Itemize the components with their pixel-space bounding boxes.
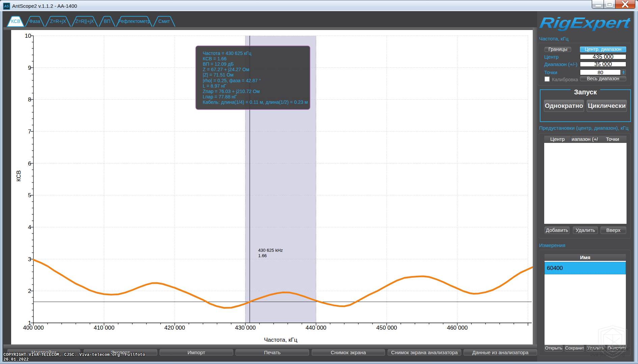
- svg-text:ВП: ВП: [104, 19, 110, 24]
- svg-text:Кабель: длина(1/4) = 0.11 м, д: Кабель: длина(1/4) = 0.11 м, длина(1/2) …: [203, 99, 308, 105]
- svg-text:10: 10: [25, 33, 31, 39]
- svg-text:Zпар = 76.03 + j210.72 Ом: Zпар = 76.03 + j210.72 Ом: [203, 89, 260, 94]
- svg-text:Частота, кГц: Частота, кГц: [264, 337, 297, 343]
- svg-text:ВП = 12.09 дБ: ВП = 12.09 дБ: [203, 61, 234, 67]
- svg-text:430 000: 430 000: [235, 325, 255, 331]
- svg-text:1.66: 1.66: [258, 253, 267, 258]
- svg-text:430 625 kHz: 430 625 kHz: [258, 248, 283, 253]
- svg-text:Фаза: Фаза: [29, 19, 40, 24]
- svg-text:410 000: 410 000: [94, 325, 114, 331]
- svg-text:Рефлектометр: Рефлектометр: [118, 19, 150, 24]
- svg-text:Частота = 430 625 кГц: Частота = 430 625 кГц: [203, 51, 251, 56]
- svg-text:Z=R||+jX: Z=R||+jX: [76, 19, 94, 24]
- svg-text:Z=R+jX: Z=R+jX: [50, 19, 66, 24]
- svg-text:9: 9: [28, 65, 31, 71]
- svg-text:L = 8.97 нГ: L = 8.97 нГ: [203, 83, 226, 89]
- svg-text:КСВ = 1.66: КСВ = 1.66: [203, 56, 227, 61]
- svg-text:4: 4: [28, 224, 31, 231]
- svg-text:420 000: 420 000: [164, 325, 185, 331]
- svg-text:450 000: 450 000: [376, 325, 397, 331]
- svg-text:400 000: 400 000: [23, 325, 44, 331]
- svg-text:КСВ: КСВ: [16, 170, 22, 181]
- svg-text:5: 5: [28, 192, 31, 199]
- svg-text:Смит: Смит: [159, 19, 170, 24]
- svg-text:2: 2: [28, 288, 31, 294]
- svg-text:6: 6: [28, 160, 31, 167]
- svg-text:3: 3: [28, 256, 31, 263]
- svg-text:8: 8: [28, 96, 31, 103]
- svg-text:7: 7: [28, 128, 31, 135]
- svg-text:Lпар = 77.88 нГ: Lпар = 77.88 нГ: [203, 94, 237, 99]
- svg-text:Z = 67.27 + j24.27 Ом: Z = 67.27 + j24.27 Ом: [203, 67, 249, 72]
- svg-text:КСВ: КСВ: [11, 19, 20, 24]
- svg-text:440 000: 440 000: [306, 325, 326, 331]
- svg-text:460 000: 460 000: [447, 325, 468, 331]
- svg-text:|Z| = 71.51 Ом: |Z| = 71.51 Ом: [203, 72, 233, 78]
- svg-text:|rho| = 0.25, фаза = 42.87 °: |rho| = 0.25, фаза = 42.87 °: [203, 78, 261, 83]
